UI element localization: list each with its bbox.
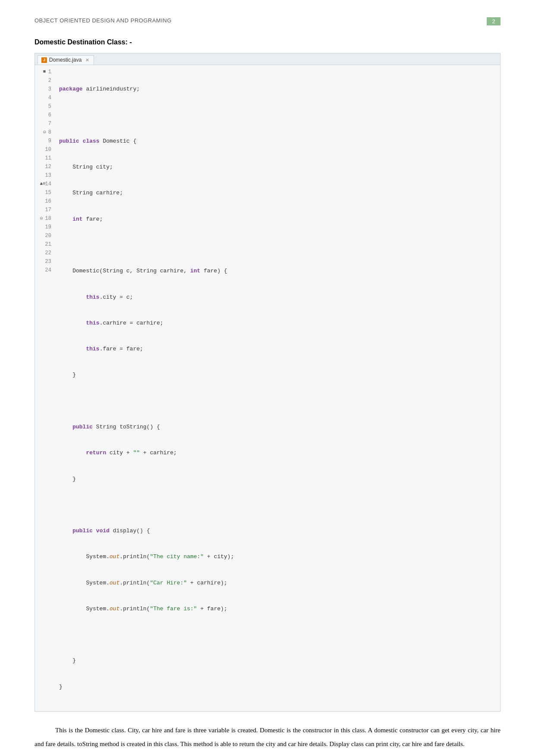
code-line-18: public void display() { — [59, 527, 234, 535]
line-num-10: 10 — [38, 145, 51, 154]
line-num-21: 21 — [38, 240, 51, 249]
code-line-11: this.fare = fare; — [59, 345, 234, 353]
line-numbers: ■1 2 3 4 5 6 7 ⊖8 9 10 11 12 13 ▲⊖14 15 … — [35, 68, 55, 709]
code-line-14: public String toString() { — [59, 423, 234, 431]
code-line-6: int fare; — [59, 215, 234, 224]
line-num-1: ■1 — [38, 68, 51, 76]
line-num-15: 15 — [38, 188, 51, 197]
line-num-23: 23 — [38, 257, 51, 266]
code-line-7 — [59, 241, 234, 250]
line-num-24: 24 — [38, 266, 51, 275]
line-num-4: 4 — [38, 94, 51, 102]
line-num-22: 22 — [38, 249, 51, 257]
line-num-16: 16 — [38, 197, 51, 206]
code-body: ■1 2 3 4 5 6 7 ⊖8 9 10 11 12 13 ▲⊖14 15 … — [35, 65, 500, 711]
code-line-1: package airlineindustry; — [59, 85, 234, 94]
line-num-9: 9 — [38, 137, 51, 145]
code-line-4: String city; — [59, 163, 234, 172]
line-num-3: 3 — [38, 85, 51, 94]
code-panel: J Domestic.java ✕ ■1 2 3 4 5 6 7 ⊖8 9 10… — [34, 53, 501, 712]
code-line-17 — [59, 501, 234, 509]
code-line-9: this.city = c; — [59, 293, 234, 302]
page-header: OBJECT ORIENTED DESIGN AND PROGRAMING 2 — [34, 17, 501, 25]
line-num-5: 5 — [38, 102, 51, 111]
line-num-18: ⊖18 — [38, 214, 51, 223]
code-line-2 — [59, 111, 234, 120]
line-num-13: 13 — [38, 171, 51, 180]
code-line-20: System.out.println("Car Hire:" + carhire… — [59, 579, 234, 587]
code-line-5: String carhire; — [59, 189, 234, 197]
code-line-8: Domestic(String c, String carhire, int f… — [59, 267, 234, 275]
code-content: package airlineindustry; public class Do… — [55, 68, 238, 709]
page-header-title: OBJECT ORIENTED DESIGN AND PROGRAMING — [34, 17, 172, 24]
section1-heading: Domestic Destination Class: - — [34, 38, 501, 46]
java-file-icon: J — [41, 57, 47, 63]
tab-close-icon[interactable]: ✕ — [85, 57, 89, 63]
code-tab-domestic[interactable]: J Domestic.java ✕ — [38, 55, 94, 65]
line-num-12: 12 — [38, 162, 51, 171]
code-line-12: } — [59, 371, 234, 379]
line-num-19: 19 — [38, 223, 51, 231]
line-num-11: 11 — [38, 154, 51, 162]
marker-1: ■ — [43, 68, 47, 75]
code-line-19: System.out.println("The city name:" + ci… — [59, 553, 234, 561]
description-paragraph: This is the Domestic class. City, car hi… — [34, 724, 501, 751]
line-num-20: 20 — [38, 231, 51, 240]
code-line-15: return city + "" + carhire; — [59, 449, 234, 457]
line-num-7: 7 — [38, 119, 51, 128]
code-line-3: public class Domestic { — [59, 137, 234, 146]
code-line-21: System.out.println("The fare is:" + fare… — [59, 605, 234, 613]
code-tab-bar: J Domestic.java ✕ — [35, 53, 500, 65]
page-number-badge: 2 — [487, 17, 501, 25]
code-tab-label: Domestic.java — [49, 57, 81, 63]
line-num-6: 6 — [38, 111, 51, 119]
line-num-17: 17 — [38, 206, 51, 214]
line-num-8: ⊖8 — [38, 128, 51, 137]
code-line-22 — [59, 631, 234, 639]
line-num-14: ▲⊖14 — [38, 180, 51, 188]
code-line-13 — [59, 397, 234, 406]
line-num-2: 2 — [38, 76, 51, 85]
code-line-16: } — [59, 475, 234, 484]
code-line-10: this.carhire = carhire; — [59, 319, 234, 328]
code-line-24: } — [59, 683, 234, 691]
code-line-23: } — [59, 656, 234, 665]
